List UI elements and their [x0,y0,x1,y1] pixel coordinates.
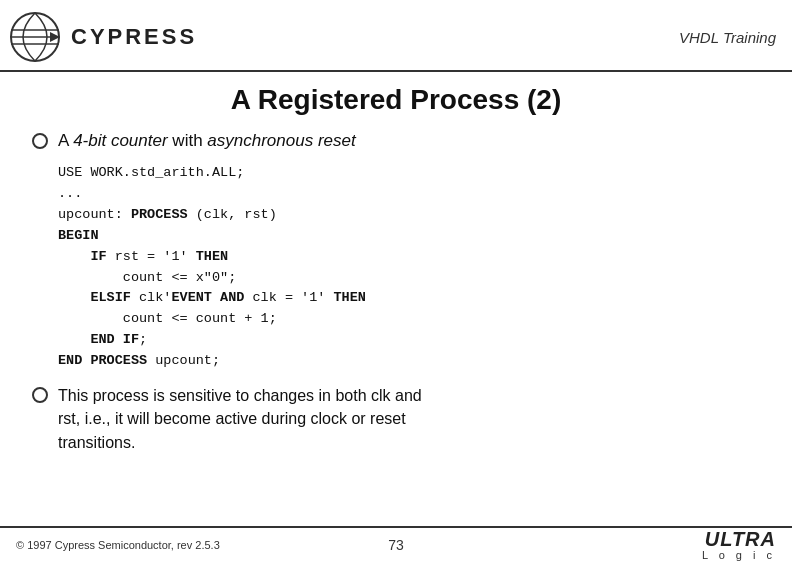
kw-if: IF [90,249,106,264]
code-line-7: ELSIF clk'EVENT AND clk = '1' THEN [58,290,366,305]
footer: © 1997 Cypress Semiconductor, rev 2.5.3 … [0,526,792,562]
code-block: USE WORK.std_arith.ALL; ... upcount: PRO… [58,163,760,372]
ultra-logic-logo: ULTRA L o g i c [702,529,776,561]
code-line-5: IF rst = '1' THEN [58,249,228,264]
kw-then1: THEN [196,249,228,264]
kw-event: EVENT [171,290,212,305]
code-line-9: END IF; [58,332,147,347]
italic-counter: 4-bit counter [73,131,168,150]
footer-copyright: © 1997 Cypress Semiconductor, rev 2.5.3 [16,539,220,551]
kw-then2: THEN [334,290,366,305]
kw-begin: BEGIN [58,228,99,243]
code-line-8: count <= count + 1; [58,311,277,326]
code-line-2: ... [58,186,82,201]
italic-reset: asynchronous reset [207,131,355,150]
logic-text: L o g i c [702,549,776,561]
code-line-6: count <= x"0"; [58,270,236,285]
kw-elsif: ELSIF [90,290,131,305]
header: CYPRESS VHDL Training [0,0,792,72]
bullet2-line3: transitions. [58,434,135,451]
bullet-item-2: This process is sensitive to changes in … [32,384,760,454]
kw-end-if: END IF [90,332,139,347]
code-line-10: END PROCESS upcount; [58,353,220,368]
footer-page-number: 73 [388,537,404,553]
header-title: VHDL Training [679,29,776,46]
code-line-3: upcount: PROCESS (clk, rst) [58,207,277,222]
bullet2-line1: This process is sensitive to changes in … [58,387,422,404]
bullet-item-1: A 4-bit counter with asynchronous reset [32,130,760,153]
logo-area: CYPRESS [8,10,197,65]
ultra-text: ULTRA [705,529,776,549]
cypress-logo-icon [8,10,63,65]
bullet-circle-1 [32,133,48,149]
code-line-1: USE WORK.std_arith.ALL; [58,165,244,180]
bullet-circle-2 [32,387,48,403]
bullet2-line2: rst, i.e., it will become active during … [58,410,406,427]
main-content: A Registered Process (2) A 4-bit counter… [0,72,792,472]
slide-title: A Registered Process (2) [32,84,760,116]
logo-text: CYPRESS [71,24,197,50]
kw-process: PROCESS [131,207,188,222]
kw-and: AND [220,290,244,305]
kw-end-process: END PROCESS [58,353,147,368]
bullet-text-2: This process is sensitive to changes in … [58,384,422,454]
bullet-text-1: A 4-bit counter with asynchronous reset [58,130,356,153]
